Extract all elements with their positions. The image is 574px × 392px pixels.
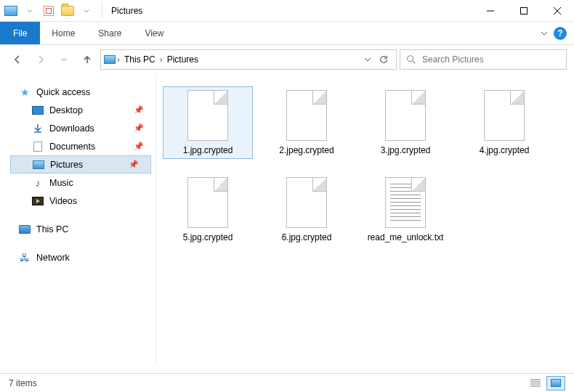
pin-icon: 📌: [129, 160, 139, 169]
up-button[interactable]: [77, 49, 97, 70]
pin-icon: 📌: [134, 105, 144, 115]
title-bar: Pictures: [0, 0, 574, 22]
sidebar-item-music[interactable]: ♪Music: [10, 173, 155, 192]
sidebar-item-label: Documents: [49, 142, 95, 152]
sidebar-quick-access[interactable]: ★ Quick access: [10, 83, 155, 101]
status-bar: 7 items: [0, 373, 574, 392]
sidebar-item-label: Network: [36, 253, 70, 263]
explorer-body: ★ Quick access Desktop📌Downloads📌Documen…: [0, 74, 574, 364]
star-icon: ★: [19, 86, 31, 98]
back-button[interactable]: [7, 49, 28, 70]
sidebar-this-pc[interactable]: This PC: [10, 220, 155, 238]
file-icon: [286, 90, 327, 141]
window-title: Pictures: [107, 6, 142, 16]
tab-view[interactable]: View: [133, 22, 175, 44]
pictures-icon: [33, 159, 44, 171]
chevron-down-icon[interactable]: [78, 3, 94, 19]
address-dropdown-icon[interactable]: [364, 56, 371, 63]
file-name-label: 4.jpg.crypted: [480, 145, 530, 155]
window-controls: [474, 0, 574, 22]
file-icon: [187, 177, 228, 228]
svg-rect-1: [521, 7, 527, 14]
downloads-icon: [32, 123, 44, 134]
file-grid: 1.jpg.crypted2.jpeg.crypted3.jpg.crypted…: [163, 87, 567, 246]
forward-button[interactable]: [31, 49, 51, 70]
recent-locations-icon[interactable]: [54, 49, 74, 70]
network-icon: 🖧: [19, 252, 31, 264]
details-view-button[interactable]: [526, 376, 545, 391]
refresh-icon[interactable]: [379, 54, 389, 65]
file-item[interactable]: 1.jpg.crypted: [163, 87, 252, 158]
quick-access-toolbar: [0, 3, 97, 19]
tab-share[interactable]: Share: [86, 22, 133, 44]
file-name-label: 5.jpg.crypted: [183, 232, 233, 242]
pictures-location-icon: [104, 54, 116, 65]
file-name-label: 3.jpg.crypted: [381, 145, 431, 155]
minimize-button[interactable]: [474, 0, 507, 22]
file-tab[interactable]: File: [0, 22, 40, 44]
search-icon: [406, 54, 416, 65]
file-item[interactable]: 2.jpeg.crypted: [262, 87, 351, 158]
sidebar-item-label: Pictures: [50, 160, 83, 170]
sidebar-item-label: Quick access: [36, 87, 90, 97]
sidebar-item-documents[interactable]: Documents📌: [10, 137, 155, 155]
search-input[interactable]: [422, 54, 560, 65]
sidebar-network[interactable]: 🖧 Network: [10, 248, 155, 266]
file-name-label: 6.jpg.crypted: [282, 232, 332, 242]
pin-icon: 📌: [134, 123, 144, 133]
maximize-button[interactable]: [507, 0, 541, 22]
sidebar-item-desktop[interactable]: Desktop📌: [10, 101, 155, 119]
sidebar-item-videos[interactable]: Videos: [10, 192, 155, 210]
file-item[interactable]: 3.jpg.crypted: [361, 87, 450, 158]
folder-icon[interactable]: [60, 3, 76, 19]
expand-ribbon-icon[interactable]: [541, 30, 548, 37]
ribbon: File Home Share View ?: [0, 22, 574, 45]
address-bar[interactable]: › This PC › Pictures: [100, 49, 397, 70]
file-icon: [484, 90, 525, 141]
file-name-label: 1.jpg.crypted: [183, 145, 233, 155]
breadcrumb-this-pc[interactable]: This PC: [121, 54, 158, 65]
sidebar-item-label: Videos: [49, 196, 77, 206]
sidebar-item-downloads[interactable]: Downloads📌: [10, 119, 155, 137]
chevron-down-icon[interactable]: [22, 3, 38, 19]
sidebar-item-label: Music: [49, 178, 73, 188]
svg-point-2: [408, 56, 413, 62]
content-pane[interactable]: 1.jpg.crypted2.jpeg.crypted3.jpg.crypted…: [156, 74, 574, 364]
item-count: 7 items: [9, 378, 37, 388]
help-icon[interactable]: ?: [554, 27, 567, 40]
documents-icon: [32, 141, 44, 152]
sidebar-item-pictures[interactable]: Pictures📌: [10, 155, 151, 173]
sidebar-item-label: Desktop: [49, 105, 83, 115]
tab-home[interactable]: Home: [40, 22, 86, 44]
sidebar-item-label: Downloads: [49, 123, 94, 134]
file-item[interactable]: 6.jpg.crypted: [262, 174, 351, 245]
file-name-label: read_me_unlock.txt: [368, 232, 444, 242]
file-item[interactable]: read_me_unlock.txt: [361, 174, 450, 245]
videos-icon: [32, 195, 44, 207]
chevron-right-icon[interactable]: ›: [160, 54, 163, 65]
file-item[interactable]: 4.jpg.crypted: [460, 87, 549, 158]
file-icon: [286, 177, 327, 228]
search-box[interactable]: [400, 49, 567, 70]
desktop-icon: [32, 105, 44, 116]
explorer-app-icon: [3, 3, 19, 19]
file-item[interactable]: 5.jpg.crypted: [163, 174, 252, 245]
file-icon: [385, 90, 426, 141]
navigation-row: › This PC › Pictures: [0, 45, 574, 74]
close-button[interactable]: [541, 0, 574, 22]
chevron-right-icon[interactable]: ›: [117, 54, 120, 65]
view-switcher: [526, 376, 565, 391]
text-file-icon: [385, 177, 426, 228]
file-icon: [187, 90, 228, 141]
sidebar-item-label: This PC: [36, 224, 68, 234]
large-icons-view-button[interactable]: [546, 376, 565, 391]
pc-icon: [19, 224, 31, 235]
navigation-pane: ★ Quick access Desktop📌Downloads📌Documen…: [0, 74, 156, 364]
properties-icon[interactable]: [41, 3, 57, 19]
pin-icon: 📌: [134, 142, 144, 151]
music-icon: ♪: [32, 177, 44, 189]
file-name-label: 2.jpeg.crypted: [279, 145, 334, 155]
svg-line-3: [413, 61, 416, 64]
breadcrumb-pictures[interactable]: Pictures: [164, 54, 201, 65]
separator: [102, 4, 102, 17]
